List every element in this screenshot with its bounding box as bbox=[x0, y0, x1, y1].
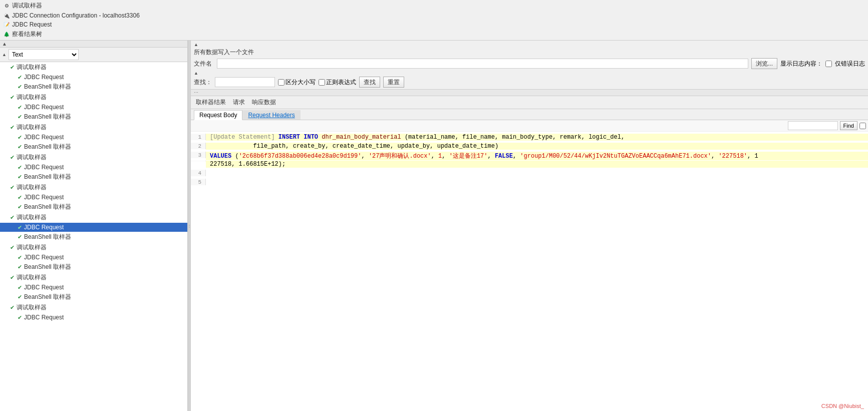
line-content-2: file_path, create_by, create_date_time, … bbox=[206, 143, 868, 150]
sampler-tab-results[interactable]: 取样器结果 bbox=[194, 98, 228, 107]
tree-item-label-12: BeanShell 取样器 bbox=[24, 173, 71, 181]
tree-item-12[interactable]: ✔ BeanShell 取样器 bbox=[0, 172, 187, 182]
tree-item-21[interactable]: ✔ BeanShell 取样器 bbox=[0, 262, 187, 272]
tree-item-13[interactable]: ✔ 调试取样器 bbox=[0, 182, 187, 193]
code-line-3b: 227518, 1.66815E+12); bbox=[191, 161, 868, 170]
status-ok-icon-3: ✔ bbox=[18, 84, 22, 90]
tree-item-label-25: 调试取样器 bbox=[17, 303, 47, 312]
right-content: 取样器结果 请求 响应数据 Request Body Request Heade… bbox=[191, 96, 868, 411]
jdbc-request-icon: 📝 bbox=[3, 21, 10, 28]
tree-item-label-16: 调试取样器 bbox=[17, 213, 47, 222]
left-collapse-bar[interactable]: ▲ bbox=[0, 41, 187, 48]
all-data-label: 所有数据写入一个文件 bbox=[194, 48, 254, 57]
tree-item-6[interactable]: ✔ BeanShell 取样器 bbox=[0, 112, 187, 122]
status-ok-icon-17: ✔ bbox=[18, 224, 22, 231]
jdbc-connection-icon: 🔌 bbox=[3, 12, 10, 19]
log-display-label: 显示日志内容： bbox=[780, 60, 822, 68]
content-collapse-icon[interactable]: ⋯ bbox=[194, 90, 198, 95]
regex-checkbox[interactable] bbox=[319, 79, 325, 86]
tree-item-20[interactable]: ✔ JDBC Request bbox=[0, 253, 187, 262]
tree-item-18[interactable]: ✔ BeanShell 取样器 bbox=[0, 232, 187, 242]
tree-item-24[interactable]: ✔ BeanShell 取样器 bbox=[0, 292, 187, 302]
code-find-checkbox[interactable] bbox=[859, 123, 866, 129]
browse-button[interactable]: 浏览... bbox=[751, 58, 777, 69]
code-find-input[interactable] bbox=[788, 121, 838, 130]
status-ok-icon-19: ✔ bbox=[10, 244, 15, 251]
search-input[interactable] bbox=[215, 77, 275, 87]
code-line-4: 4 bbox=[191, 170, 868, 179]
status-ok-icon-22: ✔ bbox=[10, 274, 15, 281]
breadcrumb-view-results[interactable]: 🌲 察看结果树 bbox=[3, 30, 865, 39]
tree-item-17[interactable]: ✔ JDBC Request bbox=[0, 223, 187, 232]
sampler-tab-request[interactable]: 请求 bbox=[231, 98, 247, 107]
status-ok-icon-11: ✔ bbox=[18, 164, 22, 171]
tree-item-label-15: BeanShell 取样器 bbox=[24, 203, 71, 211]
tree-item-10[interactable]: ✔ 调试取样器 bbox=[0, 152, 187, 163]
main-layout: ▲ ▲ Text RegExp Tester CSS/JQuery Tester… bbox=[0, 41, 868, 411]
status-ok-icon-16: ✔ bbox=[10, 214, 15, 221]
right-panel: ▲ 所有数据写入一个文件 文件名 浏览... 显示日志内容： 仅错误日志 bbox=[191, 41, 868, 411]
tree-item-26[interactable]: ✔ JDBC Request bbox=[0, 313, 187, 322]
status-ok-icon-10: ✔ bbox=[10, 154, 15, 161]
tree-item-19[interactable]: ✔ 调试取样器 bbox=[0, 242, 187, 253]
tree-item-1[interactable]: ✔ 调试取样器 bbox=[0, 62, 187, 73]
tree-item-label-17: JDBC Request bbox=[24, 224, 64, 231]
tree-item-label-26: JDBC Request bbox=[24, 314, 64, 321]
breadcrumb-test-sampler[interactable]: ⚙ 调试取样器 bbox=[3, 1, 865, 11]
tree-item-4[interactable]: ✔ 调试取样器 bbox=[0, 92, 187, 103]
status-ok-icon-26: ✔ bbox=[18, 314, 22, 321]
code-line-2: 2 file_path, create_by, create_date_time… bbox=[191, 143, 868, 152]
line-number-5: 5 bbox=[191, 179, 206, 185]
tree-item-2[interactable]: ✔ JDBC Request bbox=[0, 73, 187, 82]
tree-item-25[interactable]: ✔ 调试取样器 bbox=[0, 302, 187, 313]
line-number-1: 1 bbox=[191, 134, 206, 140]
search-label: 查找： bbox=[194, 78, 212, 87]
status-ok-icon-21: ✔ bbox=[18, 264, 22, 270]
tree-item-label-23: JDBC Request bbox=[24, 284, 64, 291]
view-results-icon: 🌲 bbox=[3, 31, 10, 38]
reset-button[interactable]: 重置 bbox=[383, 77, 404, 88]
line-content-3b: 227518, 1.66815E+12); bbox=[206, 161, 868, 168]
code-find-button[interactable]: Find bbox=[840, 121, 857, 130]
sampler-results-tabs: 取样器结果 请求 响应数据 bbox=[191, 96, 868, 109]
tree-list: ✔ 调试取样器 ✔ JDBC Request ✔ BeanShell 取样器 ✔… bbox=[0, 62, 187, 411]
search-collapse-icon[interactable]: ▲ bbox=[194, 71, 198, 76]
filename-input[interactable] bbox=[217, 59, 748, 69]
case-sensitive-checkbox[interactable] bbox=[278, 79, 284, 86]
collapse-small-icon: ▲ bbox=[2, 52, 7, 57]
code-content[interactable]: 1 [Update Statement] INSERT INTO dhr_mai… bbox=[191, 132, 868, 411]
breadcrumb-jdbc-request-label: JDBC Request bbox=[12, 21, 52, 28]
tree-item-11[interactable]: ✔ JDBC Request bbox=[0, 163, 187, 172]
tree-item-14[interactable]: ✔ JDBC Request bbox=[0, 193, 187, 202]
breadcrumb-test-sampler-label: 调试取样器 bbox=[12, 2, 42, 10]
tree-item-15[interactable]: ✔ BeanShell 取样器 bbox=[0, 202, 187, 212]
request-body-tab[interactable]: Request Body bbox=[194, 110, 242, 120]
top-collapse-icon[interactable]: ▲ bbox=[194, 42, 198, 47]
test-sampler-icon: ⚙ bbox=[3, 3, 10, 10]
tree-item-22[interactable]: ✔ 调试取样器 bbox=[0, 272, 187, 283]
line-content-1: [Update Statement] INSERT INTO dhr_main_… bbox=[206, 134, 868, 141]
request-headers-tab[interactable]: Request Headers bbox=[242, 110, 300, 120]
tree-item-3[interactable]: ✔ BeanShell 取样器 bbox=[0, 82, 187, 92]
tree-item-label-4: 调试取样器 bbox=[17, 93, 47, 102]
left-panel: ▲ ▲ Text RegExp Tester CSS/JQuery Tester… bbox=[0, 41, 188, 411]
tree-item-8[interactable]: ✔ JDBC Request bbox=[0, 133, 187, 142]
tree-item-label-3: BeanShell 取样器 bbox=[24, 83, 71, 91]
breadcrumb-jdbc-connection[interactable]: 🔌 JDBC Connection Configuration - localh… bbox=[3, 12, 865, 20]
tree-item-label-24: BeanShell 取样器 bbox=[24, 293, 71, 301]
tree-item-label-8: JDBC Request bbox=[24, 134, 64, 141]
app-container: ⚙ 调试取样器 🔌 JDBC Connection Configuration … bbox=[0, 0, 868, 411]
sampler-tab-response[interactable]: 响应数据 bbox=[250, 98, 278, 107]
tree-item-16[interactable]: ✔ 调试取样器 bbox=[0, 212, 187, 223]
find-button[interactable]: 查找 bbox=[359, 77, 380, 88]
only-error-checkbox[interactable] bbox=[825, 61, 832, 67]
tree-item-9[interactable]: ✔ BeanShell 取样器 bbox=[0, 142, 187, 152]
tree-item-5[interactable]: ✔ JDBC Request bbox=[0, 103, 187, 112]
tree-item-label-22: 调试取样器 bbox=[17, 273, 47, 282]
breadcrumb-bar: ⚙ 调试取样器 🔌 JDBC Connection Configuration … bbox=[0, 0, 868, 41]
view-type-selector[interactable]: Text RegExp Tester CSS/JQuery Tester XPa… bbox=[9, 49, 79, 60]
tree-item-23[interactable]: ✔ JDBC Request bbox=[0, 283, 187, 292]
tree-item-7[interactable]: ✔ 调试取样器 bbox=[0, 122, 187, 133]
breadcrumb-jdbc-request[interactable]: 📝 JDBC Request bbox=[3, 21, 865, 29]
status-ok-icon-6: ✔ bbox=[18, 114, 22, 120]
